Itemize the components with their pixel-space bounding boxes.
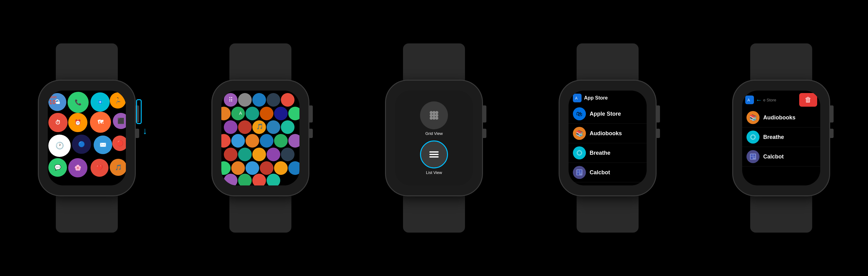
app-misc[interactable]: ⬛ (113, 113, 126, 129)
list-view-svg (426, 147, 442, 162)
app-photos[interactable]: 🌸 (68, 158, 87, 177)
watch-1-body: ↓ 🌤 📞 💠 🏃 ⏱ ⏰ 🗺 ⬛ 🕐 🔵 ✉️ 🔴 💬 (39, 81, 135, 195)
watch-5-item-audiobooks[interactable]: 📚 Audiobooks (742, 108, 820, 127)
svg-point-36 (267, 174, 280, 185)
calcbot-name: Calcbot (590, 169, 610, 176)
app-timer[interactable]: ⏱ (49, 113, 68, 132)
svg-point-26 (281, 148, 294, 161)
watch-2-band-bottom (229, 195, 291, 233)
svg-text:A: A (575, 96, 578, 100)
svg-point-11 (224, 120, 238, 134)
svg-point-18 (246, 134, 259, 148)
watch-2: ⠿ A 🎵 (212, 43, 308, 233)
grid-view-svg (426, 108, 442, 123)
list-view-label: List View (426, 170, 442, 175)
svg-point-38 (432, 111, 436, 114)
watch-5-body: A ← e Store 🗑 📚 Audiobooks (733, 81, 829, 195)
svg-point-19 (260, 134, 273, 148)
svg-point-10 (288, 107, 300, 120)
crown-highlight-ring (136, 99, 142, 124)
svg-point-8 (260, 107, 273, 120)
svg-point-5 (221, 107, 230, 120)
app-icon2[interactable]: 🔵 (72, 134, 91, 154)
svg-point-27 (221, 161, 230, 175)
app-phone[interactable]: 📞 (68, 92, 89, 113)
watch-4-appstore-icon: A (573, 94, 582, 102)
svg-text:A: A (747, 98, 750, 102)
back-arrow-icon[interactable]: ← (756, 96, 762, 103)
watch-4-item-audiobooks[interactable]: 📚 Audiobooks (568, 124, 647, 143)
svg-point-28 (231, 161, 245, 175)
list-view-icon-circle (420, 141, 448, 168)
app-watchface[interactable]: 🕐 (49, 134, 71, 157)
view-option-grid[interactable]: Grid View (420, 101, 448, 136)
svg-point-37 (430, 111, 433, 114)
watch-4-band-top (577, 43, 639, 81)
svg-point-22 (224, 148, 238, 161)
watch-1: ↓ 🌤 📞 💠 🏃 ⏱ ⏰ 🗺 ⬛ 🕐 🔵 ✉️ 🔴 💬 (39, 43, 135, 233)
watch-4-header: A App Store (568, 91, 647, 104)
watch-2-side-btn[interactable] (308, 129, 313, 138)
svg-rect-53 (577, 170, 579, 172)
watch-5-appstore-icon: A (745, 95, 754, 104)
watch-5-crown[interactable] (829, 105, 834, 122)
view-option-list[interactable]: List View (420, 141, 448, 175)
watch-4-item-breathe[interactable]: Breathe (568, 143, 647, 163)
watch-3-screen: Grid View List View (395, 91, 473, 185)
breathe-svg (575, 149, 584, 157)
breathe-svg-5 (749, 133, 757, 142)
watch-5-screen: A ← e Store 🗑 📚 Audiobooks (742, 91, 820, 185)
watch-5-header-row: A ← e Store 🗑 (742, 91, 820, 108)
watch-4-item-apple-store[interactable]: 🛍 Apple Store (568, 104, 647, 124)
svg-point-17 (231, 134, 245, 148)
calcbot-icon (573, 166, 586, 179)
watch-4: A App Store 🛍 Apple Store 📚 Audiobooks (560, 43, 656, 233)
svg-point-3 (267, 93, 280, 107)
svg-point-39 (435, 111, 438, 114)
svg-point-23 (238, 148, 252, 161)
app-news[interactable]: 🔴 (112, 135, 126, 151)
svg-point-44 (432, 117, 436, 120)
audiobooks-icon-w5: 📚 (746, 111, 760, 124)
svg-point-12 (238, 120, 252, 134)
app-heart[interactable]: ❤️ (91, 159, 108, 177)
app-mail[interactable]: ✉️ (94, 135, 112, 154)
svg-rect-63 (751, 157, 753, 159)
watch-3-side-btn[interactable] (482, 129, 486, 138)
svg-point-15 (281, 120, 294, 134)
watch-3-band-bottom (403, 195, 465, 233)
svg-point-25 (267, 148, 280, 161)
svg-rect-56 (580, 173, 582, 173)
delete-trash-icon: 🗑 (805, 96, 812, 104)
svg-rect-62 (753, 154, 755, 156)
svg-point-14 (267, 120, 280, 134)
audiobooks-icon: 📚 (573, 127, 586, 140)
svg-rect-48 (429, 156, 439, 157)
watch-2-crown[interactable] (308, 105, 313, 122)
watch-5-side-btn[interactable] (829, 129, 834, 138)
svg-point-30 (260, 161, 273, 175)
watch-5-band-top (750, 43, 812, 81)
watch-1-side-btn[interactable] (135, 129, 139, 138)
watch-5-item-breathe[interactable]: Breathe (742, 127, 820, 147)
back-label: e Store (763, 98, 776, 102)
svg-point-24 (252, 148, 266, 161)
app-weather[interactable]: 🌤 (49, 93, 66, 111)
delete-button[interactable]: 🗑 (799, 93, 817, 107)
watch-5-item-calcbot[interactable]: Calcbot (742, 147, 820, 166)
watch-4-crown[interactable] (656, 105, 660, 122)
svg-point-31 (274, 161, 288, 175)
app-messages[interactable]: 💬 (49, 158, 67, 177)
app-activity[interactable]: 🏃 (110, 92, 126, 109)
svg-point-43 (430, 117, 433, 120)
watch-4-item-calcbot[interactable]: Calcbot (568, 163, 647, 182)
watch-1-app-grid: 🌤 📞 💠 🏃 ⏱ ⏰ 🗺 ⬛ 🕐 🔵 ✉️ 🔴 💬 🌸 ❤️ 🎵 (48, 91, 126, 185)
watch-3-crown[interactable] (482, 105, 486, 122)
calcbot-svg-5 (749, 152, 757, 161)
app-clock[interactable]: ⏰ (68, 113, 87, 132)
watch-4-side-btn[interactable] (656, 129, 660, 138)
app-music[interactable]: 🎵 (110, 159, 126, 176)
watch-4-header-text: App Store (584, 95, 608, 101)
app-maps[interactable]: 🗺 (90, 112, 111, 133)
app-breathe-1[interactable]: 💠 (91, 92, 110, 112)
